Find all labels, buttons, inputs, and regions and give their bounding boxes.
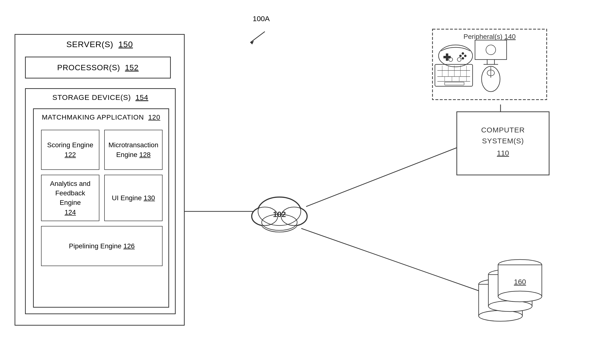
ref-100a-text: 100A bbox=[253, 14, 270, 23]
svg-point-66 bbox=[488, 301, 532, 312]
svg-point-9 bbox=[281, 207, 307, 225]
matchmaking-box: MATCHMAKING APPLICATION 120 Scoring Engi… bbox=[33, 108, 169, 308]
svg-point-60 bbox=[487, 70, 494, 76]
svg-point-64 bbox=[488, 269, 532, 280]
svg-point-25 bbox=[438, 45, 473, 67]
microtransaction-engine-box: MicrotransactionEngine 128 bbox=[104, 130, 163, 170]
svg-rect-68 bbox=[498, 265, 542, 297]
server-ref: 150 bbox=[118, 39, 133, 49]
svg-rect-39 bbox=[435, 65, 473, 86]
svg-point-8 bbox=[252, 207, 278, 225]
svg-rect-26 bbox=[446, 53, 448, 61]
svg-point-4 bbox=[251, 207, 278, 226]
microtransaction-engine-label: MicrotransactionEngine 128 bbox=[108, 140, 158, 159]
ref-100a-label: 100A bbox=[253, 14, 270, 23]
scoring-engine-box: Scoring Engine122 bbox=[41, 130, 99, 170]
svg-point-67 bbox=[498, 260, 542, 270]
storage-label: STORAGE DEVICE(S) 154 bbox=[52, 93, 148, 102]
ui-engine-box: UI Engine 130 bbox=[104, 175, 163, 221]
svg-point-14 bbox=[262, 214, 297, 230]
svg-point-28 bbox=[462, 52, 464, 55]
svg-point-10 bbox=[262, 214, 297, 230]
svg-point-11 bbox=[258, 197, 301, 225]
server-box: SERVER(S) 150 PROCESSOR(S) 152 STORAGE D… bbox=[14, 34, 185, 325]
svg-line-0 bbox=[250, 32, 265, 42]
svg-point-3 bbox=[257, 197, 301, 226]
svg-point-58 bbox=[482, 66, 500, 91]
processor-box: PROCESSOR(S) 152 bbox=[25, 57, 171, 78]
svg-point-61 bbox=[479, 279, 522, 290]
processor-label: PROCESSOR(S) 152 bbox=[57, 63, 139, 72]
analytics-engine-box: Analytics andFeedback Engine124 bbox=[41, 175, 99, 221]
svg-point-31 bbox=[459, 55, 462, 57]
analytics-engine-label: Analytics andFeedback Engine124 bbox=[45, 179, 95, 217]
svg-point-30 bbox=[462, 57, 464, 60]
storage-box: STORAGE DEVICE(S) 154 MATCHMAKING APPLIC… bbox=[25, 88, 176, 314]
svg-rect-34 bbox=[475, 40, 507, 60]
processor-ref: 152 bbox=[125, 63, 139, 72]
svg-point-69 bbox=[498, 291, 542, 302]
processor-label-text: PROCESSOR(S) bbox=[57, 63, 120, 72]
svg-text:Peripheral(s) 140: Peripheral(s) 140 bbox=[463, 33, 516, 40]
svg-point-33 bbox=[457, 58, 461, 62]
server-label-text: SERVER(S) bbox=[66, 39, 114, 49]
svg-point-63 bbox=[479, 311, 522, 321]
svg-text:COMPUTER: COMPUTER bbox=[481, 126, 525, 134]
svg-point-6 bbox=[261, 215, 298, 232]
svg-point-5 bbox=[281, 207, 307, 226]
svg-line-17 bbox=[301, 228, 481, 292]
svg-text:110: 110 bbox=[497, 149, 509, 157]
svg-point-13 bbox=[281, 207, 307, 225]
svg-point-7 bbox=[258, 197, 301, 225]
svg-text:102: 102 bbox=[273, 210, 286, 219]
svg-point-29 bbox=[464, 55, 466, 57]
svg-point-12 bbox=[252, 207, 278, 225]
svg-rect-27 bbox=[443, 56, 451, 58]
svg-point-35 bbox=[486, 45, 496, 55]
svg-rect-57 bbox=[445, 82, 464, 85]
matchmaking-label: MATCHMAKING APPLICATION 120 bbox=[42, 114, 160, 121]
svg-rect-62 bbox=[479, 284, 522, 316]
diagram-container: 100A SERVER(S) 150 PROCESSOR(S) 152 STOR… bbox=[0, 0, 605, 364]
pipelining-engine-box: Pipelining Engine 126 bbox=[41, 226, 163, 266]
svg-marker-1 bbox=[250, 41, 254, 44]
server-label: SERVER(S) 150 bbox=[66, 39, 133, 49]
svg-rect-19 bbox=[457, 112, 549, 175]
svg-rect-23 bbox=[433, 29, 547, 100]
ui-engine-label: UI Engine 130 bbox=[112, 193, 155, 203]
svg-line-16 bbox=[306, 146, 462, 207]
svg-rect-65 bbox=[488, 274, 532, 306]
pipelining-engine-label: Pipelining Engine 126 bbox=[69, 241, 135, 251]
svg-point-32 bbox=[449, 58, 453, 62]
scoring-engine-label: Scoring Engine122 bbox=[47, 140, 93, 159]
storage-label-text: STORAGE DEVICE(S) bbox=[52, 93, 131, 101]
matchmaking-ref: 120 bbox=[148, 114, 160, 121]
svg-text:160: 160 bbox=[514, 278, 526, 286]
network-cloud: 102 bbox=[251, 197, 307, 232]
storage-ref: 154 bbox=[135, 93, 148, 101]
matchmaking-label-text: MATCHMAKING APPLICATION bbox=[42, 114, 144, 121]
engine-grid: Scoring Engine122 MicrotransactionEngine… bbox=[39, 127, 165, 269]
svg-text:SYSTEM(S): SYSTEM(S) bbox=[482, 137, 524, 145]
